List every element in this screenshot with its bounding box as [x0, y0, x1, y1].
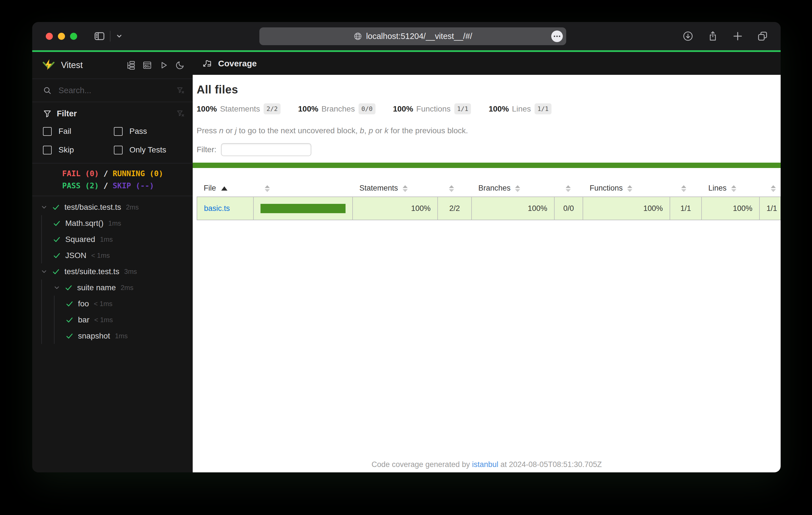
cell-branches-raw: 0/0 [554, 197, 583, 220]
tree-item-bar[interactable]: bar< 1ms [32, 312, 193, 328]
column-header-statements-raw[interactable] [438, 180, 471, 197]
indent-guide [41, 215, 42, 231]
indent-guide [41, 279, 42, 296]
clear-filter-icon[interactable] [176, 109, 185, 118]
tree-item-math-sqrt[interactable]: Math.sqrt()1ms [32, 215, 193, 231]
globe-icon [353, 32, 362, 41]
chevron-down-icon[interactable] [40, 267, 48, 276]
search-input[interactable] [58, 86, 176, 95]
column-header-lines-raw[interactable] [759, 180, 781, 197]
search-icon [43, 86, 52, 95]
pass-check-icon [53, 219, 61, 228]
metric-fraction: 2/2 [264, 103, 281, 114]
sorter-icon[interactable] [627, 185, 632, 192]
test-duration: 2ms [121, 284, 133, 292]
address-bar[interactable]: localhost:51204/__vitest__/#/ [259, 27, 566, 45]
test-name: Squared [65, 235, 95, 244]
cell-file: basic.ts [197, 197, 254, 220]
share-icon[interactable] [707, 30, 719, 42]
istanbul-link[interactable]: istanbul [472, 460, 498, 469]
metric-functions: 100%Functions 1/1 [393, 103, 471, 114]
cell-functions-raw: 1/1 [670, 197, 701, 220]
test-duration: 1ms [115, 332, 128, 340]
more-ellipsis-icon[interactable] [551, 30, 563, 42]
test-name: JSON [65, 251, 86, 260]
zoom-window-button[interactable] [70, 33, 77, 40]
close-window-button[interactable] [46, 33, 53, 40]
tree-view-icon[interactable] [126, 60, 136, 70]
sorter-icon[interactable] [265, 185, 270, 192]
checkbox-fail[interactable] [43, 127, 52, 136]
chevron-down-icon[interactable] [115, 32, 123, 40]
indent-guide [54, 312, 55, 328]
filter-option-skip[interactable]: Skip [43, 145, 114, 154]
metric-fraction: 0/0 [358, 103, 376, 114]
app-title: Vitest [61, 60, 83, 70]
summary-line-1: FAIL (0) / RUNNING (0) [62, 168, 193, 180]
test-duration: 3ms [124, 268, 137, 276]
cell-functions-pct: 100% [583, 197, 670, 220]
coverage-title: Coverage [218, 59, 257, 68]
download-icon[interactable] [682, 30, 694, 42]
filter-option-pass[interactable]: Pass [114, 127, 185, 136]
minimize-window-button[interactable] [58, 33, 65, 40]
pass-check-icon [52, 267, 60, 276]
test-name: test/basic.test.ts [64, 203, 121, 212]
file-link[interactable]: basic.ts [204, 204, 230, 213]
tab-overview-icon[interactable] [757, 30, 768, 42]
cell-statements-pct: 100% [353, 197, 438, 220]
tree-item-foo[interactable]: foo< 1ms [32, 296, 193, 312]
filter-section: Filter Fail [32, 102, 193, 163]
sorter-icon[interactable] [449, 185, 454, 192]
column-header-branches-raw[interactable] [554, 180, 583, 197]
tree-item-squared[interactable]: Squared1ms [32, 231, 193, 247]
column-header-statements[interactable]: Statements [353, 180, 438, 197]
sorter-icon[interactable] [515, 185, 520, 192]
column-header-file[interactable]: File [197, 180, 254, 197]
checkbox-skip[interactable] [43, 146, 52, 154]
tree-item-test-basic-test-ts[interactable]: test/basic.test.ts2ms [32, 199, 193, 215]
dashboard-icon[interactable] [142, 60, 152, 70]
sort-asc-icon [221, 186, 227, 190]
tree-item-json[interactable]: JSON< 1ms [32, 247, 193, 264]
run-all-icon[interactable] [159, 60, 168, 70]
sorter-icon[interactable] [403, 185, 408, 192]
tree-item-test-suite-test-ts[interactable]: test/suite.test.ts3ms [32, 264, 193, 279]
clear-filter-icon[interactable] [176, 86, 185, 95]
filter-option-only-tests[interactable]: Only Tests [114, 145, 185, 154]
sidebar-toggle-icon[interactable] [93, 30, 106, 42]
coverage-filter-row: Filter: [197, 143, 777, 156]
indent-guide [41, 328, 42, 344]
chevron-down-icon[interactable] [40, 203, 48, 211]
search-bar [32, 79, 193, 102]
metric-branches: 100%Branches 0/0 [298, 103, 376, 114]
chevron-down-icon[interactable] [53, 283, 61, 292]
test-name: suite name [77, 283, 116, 292]
pass-check-icon [52, 203, 60, 211]
indent-guide [41, 312, 42, 328]
coverage-report-icon [202, 58, 212, 69]
dark-mode-moon-icon[interactable] [175, 60, 185, 70]
pass-check-icon [53, 235, 61, 244]
sorter-icon[interactable] [681, 185, 686, 192]
tree-item-suite-name[interactable]: suite name2ms [32, 279, 193, 296]
cell-lines-pct: 100% [701, 197, 759, 220]
table-header-row: File Statements Branches Functions Lines [197, 180, 781, 197]
column-header-functions[interactable]: Functions [583, 180, 670, 197]
column-header-branches[interactable]: Branches [471, 180, 554, 197]
column-header-lines[interactable]: Lines [701, 180, 759, 197]
pass-check-icon [53, 251, 61, 260]
sorter-icon[interactable] [566, 185, 571, 192]
test-name: foo [78, 299, 89, 308]
filter-option-fail[interactable]: Fail [43, 127, 114, 136]
sorter-icon[interactable] [731, 185, 736, 192]
tree-item-snapshot[interactable]: snapshot1ms [32, 328, 193, 344]
sorter-icon[interactable] [771, 185, 776, 192]
new-tab-plus-icon[interactable] [732, 30, 743, 42]
column-header-chart[interactable] [254, 180, 353, 197]
checkbox-pass[interactable] [114, 127, 123, 136]
column-header-functions-raw[interactable] [670, 180, 701, 197]
checkbox-only-tests[interactable] [114, 146, 123, 154]
coverage-filter-input[interactable] [221, 143, 311, 156]
cell-coverage-bar [254, 197, 353, 220]
